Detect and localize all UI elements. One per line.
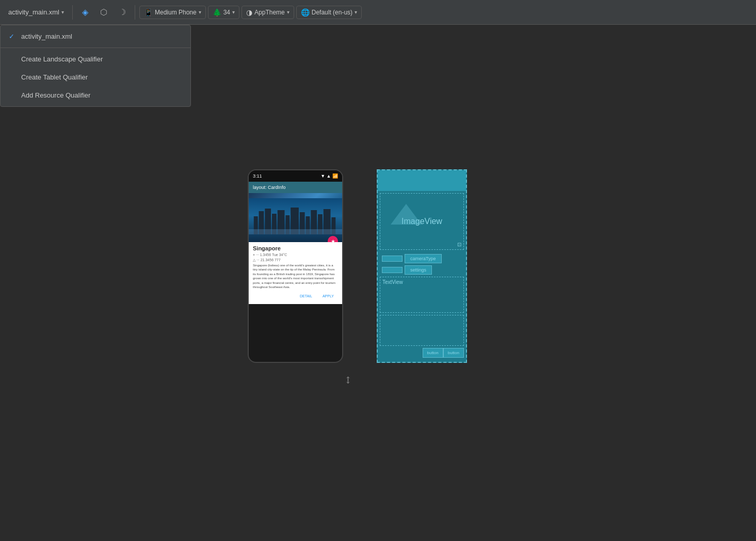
design-view-btn[interactable]: ◈	[77, 4, 93, 21]
locale-selector-label: Default (en-us)	[312, 9, 352, 16]
phone-preview: 3:11 ▼ ▲ 📶 layout: CardInfo	[248, 169, 343, 363]
tablet-btn-row-1: cameraType	[382, 254, 462, 263]
detail-button[interactable]: DETAIL	[296, 293, 316, 299]
night-mode-btn[interactable]: ☽	[114, 4, 131, 21]
menu-item-tablet[interactable]: Create Tablet Qualifier	[1, 68, 190, 86]
phone-description: Singapore (listless) one of the world's …	[253, 263, 338, 289]
file-name-chevron: ▾	[61, 9, 64, 15]
phone-chevron: ▾	[199, 9, 201, 15]
toolbar: activity_main.xml ▾ ◈ ⬡ ☽ 📱 Medium Phone…	[0, 0, 756, 25]
api-selector-dropdown[interactable]: 🌲 34 ▾	[208, 6, 239, 19]
api-selector-label: 34	[223, 9, 230, 16]
apply-button[interactable]: APPLY	[318, 293, 338, 299]
phone-content: Singapore ⌖ ··· 1.3456 Tue 34°C △ ··· 21…	[249, 242, 342, 304]
separator-2	[135, 5, 135, 20]
file-name-label: activity_main.xml	[8, 8, 59, 16]
tablet-triangle-decoration	[391, 204, 422, 225]
tablet-frame: ImageView ⊡ cameraType settings	[377, 169, 467, 363]
separator-1	[72, 5, 73, 20]
tablet-controls: cameraType settings	[378, 252, 466, 277]
api-chevron: ▾	[232, 9, 235, 15]
tablet-bottom-btn-2[interactable]: button	[443, 348, 464, 358]
tablet-bottom-buttons: button button	[380, 348, 464, 358]
phone-meta-1: ⌖ ··· 1.3456 Tue 34°C	[253, 253, 338, 257]
menu-item-resource-label: Add Resource Qualifier	[21, 91, 90, 99]
phone-app-title: layout: CardInfo	[253, 185, 286, 190]
tablet-bottom-btn-1[interactable]: button	[423, 348, 443, 358]
tablet-text-box-1: TextView	[380, 277, 464, 313]
locale-icon: 🌐	[301, 8, 310, 17]
tablet-header	[378, 170, 466, 191]
phone-time: 3:11	[253, 173, 262, 179]
locale-selector-dropdown[interactable]: 🌐 Default (en-us) ▾	[296, 6, 362, 19]
locale-chevron: ▾	[355, 9, 357, 15]
phone-location-title: Singapore	[253, 245, 338, 251]
tablet-small-bar-2	[382, 267, 403, 273]
api-icon: 🌲	[213, 8, 221, 17]
menu-item-resource[interactable]: Add Resource Qualifier	[1, 86, 190, 104]
phone-hero-image: ★	[249, 193, 342, 242]
menu-item-tablet-label: Create Tablet Qualifier	[21, 73, 88, 81]
phone-signal: ▼ ▲ 📶	[320, 173, 338, 179]
tablet-small-bar-1	[382, 256, 403, 262]
svg-rect-13	[249, 229, 342, 234]
phone-status-bar: 3:11 ▼ ▲ 📶	[249, 170, 342, 182]
file-dropdown-menu: ✓ activity_main.xml Create Landscape Qua…	[0, 25, 191, 107]
menu-divider	[1, 47, 190, 48]
tablet-btn-row-2: settings	[382, 265, 462, 275]
tablet-settings-btn[interactable]: settings	[405, 265, 432, 275]
tablet-camera-type-btn[interactable]: cameraType	[405, 254, 442, 263]
tablet-preview: ImageView ⊡ cameraType settings	[377, 169, 467, 363]
phone-actions: DETAIL APPLY	[253, 291, 338, 301]
menu-item-activity-main[interactable]: ✓ activity_main.xml	[1, 27, 190, 45]
cityscape-svg	[249, 206, 342, 234]
phone-meta-2: △ ··· 21.3456 777	[253, 258, 338, 262]
theme-chevron: ▾	[287, 9, 289, 15]
phone-app-bar: layout: CardInfo	[249, 182, 342, 193]
resize-handle[interactable]: ⤡	[349, 373, 355, 379]
menu-item-label: activity_main.xml	[21, 33, 72, 40]
menu-item-landscape-label: Create Landscape Qualifier	[21, 55, 103, 63]
tablet-text-box-2	[380, 315, 464, 346]
tablet-image-area: ImageView ⊡	[380, 193, 464, 250]
theme-icon: ◑	[246, 8, 252, 17]
phone-selector-label: Medium Phone	[155, 9, 197, 16]
blueprint-view-btn[interactable]: ⬡	[95, 4, 112, 21]
file-name-dropdown[interactable]: activity_main.xml ▾	[4, 6, 68, 18]
phone-icon: 📱	[144, 8, 153, 17]
theme-selector-label: AppTheme	[254, 9, 285, 16]
theme-selector-dropdown[interactable]: ◑ AppTheme ▾	[242, 6, 294, 19]
menu-item-landscape[interactable]: Create Landscape Qualifier	[1, 50, 190, 68]
check-icon: ✓	[9, 33, 17, 40]
tablet-text-view-label: TextView	[382, 279, 403, 285]
tablet-corner-icon: ⊡	[457, 242, 461, 247]
phone-frame: 3:11 ▼ ▲ 📶 layout: CardInfo	[248, 169, 343, 363]
phone-selector-dropdown[interactable]: 📱 Medium Phone ▾	[139, 6, 206, 19]
